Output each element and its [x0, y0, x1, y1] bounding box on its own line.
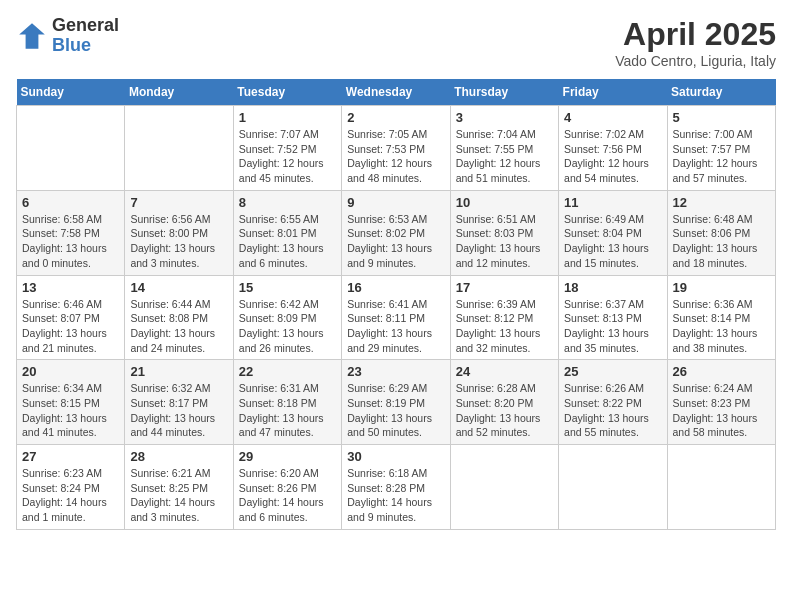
- day-number: 16: [347, 280, 444, 295]
- calendar-cell: 25Sunrise: 6:26 AM Sunset: 8:22 PM Dayli…: [559, 360, 667, 445]
- day-number: 10: [456, 195, 553, 210]
- weekday-header-wednesday: Wednesday: [342, 79, 450, 106]
- calendar-cell: 23Sunrise: 6:29 AM Sunset: 8:19 PM Dayli…: [342, 360, 450, 445]
- logo: General Blue: [16, 16, 119, 56]
- day-info: Sunrise: 6:46 AM Sunset: 8:07 PM Dayligh…: [22, 297, 119, 356]
- calendar-week-row: 6Sunrise: 6:58 AM Sunset: 7:58 PM Daylig…: [17, 190, 776, 275]
- day-info: Sunrise: 6:18 AM Sunset: 8:28 PM Dayligh…: [347, 466, 444, 525]
- day-number: 14: [130, 280, 227, 295]
- day-number: 6: [22, 195, 119, 210]
- day-info: Sunrise: 6:39 AM Sunset: 8:12 PM Dayligh…: [456, 297, 553, 356]
- day-info: Sunrise: 7:02 AM Sunset: 7:56 PM Dayligh…: [564, 127, 661, 186]
- day-number: 23: [347, 364, 444, 379]
- day-number: 8: [239, 195, 336, 210]
- calendar-subtitle: Vado Centro, Liguria, Italy: [615, 53, 776, 69]
- weekday-header-row: SundayMondayTuesdayWednesdayThursdayFrid…: [17, 79, 776, 106]
- day-info: Sunrise: 6:36 AM Sunset: 8:14 PM Dayligh…: [673, 297, 770, 356]
- calendar-week-row: 27Sunrise: 6:23 AM Sunset: 8:24 PM Dayli…: [17, 445, 776, 530]
- day-info: Sunrise: 6:24 AM Sunset: 8:23 PM Dayligh…: [673, 381, 770, 440]
- day-number: 7: [130, 195, 227, 210]
- day-number: 28: [130, 449, 227, 464]
- calendar-cell: 22Sunrise: 6:31 AM Sunset: 8:18 PM Dayli…: [233, 360, 341, 445]
- calendar-cell: 4Sunrise: 7:02 AM Sunset: 7:56 PM Daylig…: [559, 106, 667, 191]
- calendar-cell: 12Sunrise: 6:48 AM Sunset: 8:06 PM Dayli…: [667, 190, 775, 275]
- calendar-cell: [17, 106, 125, 191]
- calendar-cell: 5Sunrise: 7:00 AM Sunset: 7:57 PM Daylig…: [667, 106, 775, 191]
- weekday-header-tuesday: Tuesday: [233, 79, 341, 106]
- day-number: 4: [564, 110, 661, 125]
- calendar-cell: 7Sunrise: 6:56 AM Sunset: 8:00 PM Daylig…: [125, 190, 233, 275]
- day-info: Sunrise: 7:05 AM Sunset: 7:53 PM Dayligh…: [347, 127, 444, 186]
- calendar-cell: [450, 445, 558, 530]
- logo-blue-text: Blue: [52, 36, 119, 56]
- day-info: Sunrise: 6:58 AM Sunset: 7:58 PM Dayligh…: [22, 212, 119, 271]
- day-number: 21: [130, 364, 227, 379]
- day-info: Sunrise: 6:42 AM Sunset: 8:09 PM Dayligh…: [239, 297, 336, 356]
- day-info: Sunrise: 6:44 AM Sunset: 8:08 PM Dayligh…: [130, 297, 227, 356]
- calendar-title: April 2025: [615, 16, 776, 53]
- day-number: 11: [564, 195, 661, 210]
- day-info: Sunrise: 6:55 AM Sunset: 8:01 PM Dayligh…: [239, 212, 336, 271]
- day-info: Sunrise: 6:21 AM Sunset: 8:25 PM Dayligh…: [130, 466, 227, 525]
- day-info: Sunrise: 6:49 AM Sunset: 8:04 PM Dayligh…: [564, 212, 661, 271]
- calendar-week-row: 20Sunrise: 6:34 AM Sunset: 8:15 PM Dayli…: [17, 360, 776, 445]
- day-number: 1: [239, 110, 336, 125]
- calendar-cell: 1Sunrise: 7:07 AM Sunset: 7:52 PM Daylig…: [233, 106, 341, 191]
- calendar-cell: 15Sunrise: 6:42 AM Sunset: 8:09 PM Dayli…: [233, 275, 341, 360]
- calendar-cell: [125, 106, 233, 191]
- day-number: 9: [347, 195, 444, 210]
- day-number: 3: [456, 110, 553, 125]
- day-info: Sunrise: 7:00 AM Sunset: 7:57 PM Dayligh…: [673, 127, 770, 186]
- day-number: 13: [22, 280, 119, 295]
- day-info: Sunrise: 6:34 AM Sunset: 8:15 PM Dayligh…: [22, 381, 119, 440]
- weekday-header-thursday: Thursday: [450, 79, 558, 106]
- calendar-cell: 28Sunrise: 6:21 AM Sunset: 8:25 PM Dayli…: [125, 445, 233, 530]
- day-info: Sunrise: 6:51 AM Sunset: 8:03 PM Dayligh…: [456, 212, 553, 271]
- weekday-header-saturday: Saturday: [667, 79, 775, 106]
- day-number: 19: [673, 280, 770, 295]
- calendar-cell: 18Sunrise: 6:37 AM Sunset: 8:13 PM Dayli…: [559, 275, 667, 360]
- calendar-cell: 6Sunrise: 6:58 AM Sunset: 7:58 PM Daylig…: [17, 190, 125, 275]
- day-info: Sunrise: 6:37 AM Sunset: 8:13 PM Dayligh…: [564, 297, 661, 356]
- day-number: 29: [239, 449, 336, 464]
- day-info: Sunrise: 6:31 AM Sunset: 8:18 PM Dayligh…: [239, 381, 336, 440]
- calendar-cell: 27Sunrise: 6:23 AM Sunset: 8:24 PM Dayli…: [17, 445, 125, 530]
- day-info: Sunrise: 6:29 AM Sunset: 8:19 PM Dayligh…: [347, 381, 444, 440]
- weekday-header-monday: Monday: [125, 79, 233, 106]
- day-info: Sunrise: 7:04 AM Sunset: 7:55 PM Dayligh…: [456, 127, 553, 186]
- title-area: April 2025 Vado Centro, Liguria, Italy: [615, 16, 776, 69]
- calendar-cell: 13Sunrise: 6:46 AM Sunset: 8:07 PM Dayli…: [17, 275, 125, 360]
- day-number: 24: [456, 364, 553, 379]
- calendar-table: SundayMondayTuesdayWednesdayThursdayFrid…: [16, 79, 776, 530]
- day-info: Sunrise: 6:32 AM Sunset: 8:17 PM Dayligh…: [130, 381, 227, 440]
- calendar-cell: 2Sunrise: 7:05 AM Sunset: 7:53 PM Daylig…: [342, 106, 450, 191]
- calendar-cell: 16Sunrise: 6:41 AM Sunset: 8:11 PM Dayli…: [342, 275, 450, 360]
- day-number: 27: [22, 449, 119, 464]
- calendar-cell: 14Sunrise: 6:44 AM Sunset: 8:08 PM Dayli…: [125, 275, 233, 360]
- day-number: 30: [347, 449, 444, 464]
- calendar-cell: 9Sunrise: 6:53 AM Sunset: 8:02 PM Daylig…: [342, 190, 450, 275]
- day-number: 25: [564, 364, 661, 379]
- weekday-header-friday: Friday: [559, 79, 667, 106]
- day-info: Sunrise: 6:41 AM Sunset: 8:11 PM Dayligh…: [347, 297, 444, 356]
- day-info: Sunrise: 7:07 AM Sunset: 7:52 PM Dayligh…: [239, 127, 336, 186]
- calendar-cell: 24Sunrise: 6:28 AM Sunset: 8:20 PM Dayli…: [450, 360, 558, 445]
- calendar-cell: 11Sunrise: 6:49 AM Sunset: 8:04 PM Dayli…: [559, 190, 667, 275]
- day-number: 2: [347, 110, 444, 125]
- logo-icon: [16, 20, 48, 52]
- day-info: Sunrise: 6:56 AM Sunset: 8:00 PM Dayligh…: [130, 212, 227, 271]
- day-number: 22: [239, 364, 336, 379]
- calendar-cell: 17Sunrise: 6:39 AM Sunset: 8:12 PM Dayli…: [450, 275, 558, 360]
- calendar-week-row: 13Sunrise: 6:46 AM Sunset: 8:07 PM Dayli…: [17, 275, 776, 360]
- calendar-cell: 21Sunrise: 6:32 AM Sunset: 8:17 PM Dayli…: [125, 360, 233, 445]
- calendar-cell: 30Sunrise: 6:18 AM Sunset: 8:28 PM Dayli…: [342, 445, 450, 530]
- day-info: Sunrise: 6:26 AM Sunset: 8:22 PM Dayligh…: [564, 381, 661, 440]
- calendar-cell: [559, 445, 667, 530]
- calendar-week-row: 1Sunrise: 7:07 AM Sunset: 7:52 PM Daylig…: [17, 106, 776, 191]
- day-info: Sunrise: 6:53 AM Sunset: 8:02 PM Dayligh…: [347, 212, 444, 271]
- day-number: 26: [673, 364, 770, 379]
- day-number: 18: [564, 280, 661, 295]
- day-number: 20: [22, 364, 119, 379]
- day-number: 15: [239, 280, 336, 295]
- day-info: Sunrise: 6:48 AM Sunset: 8:06 PM Dayligh…: [673, 212, 770, 271]
